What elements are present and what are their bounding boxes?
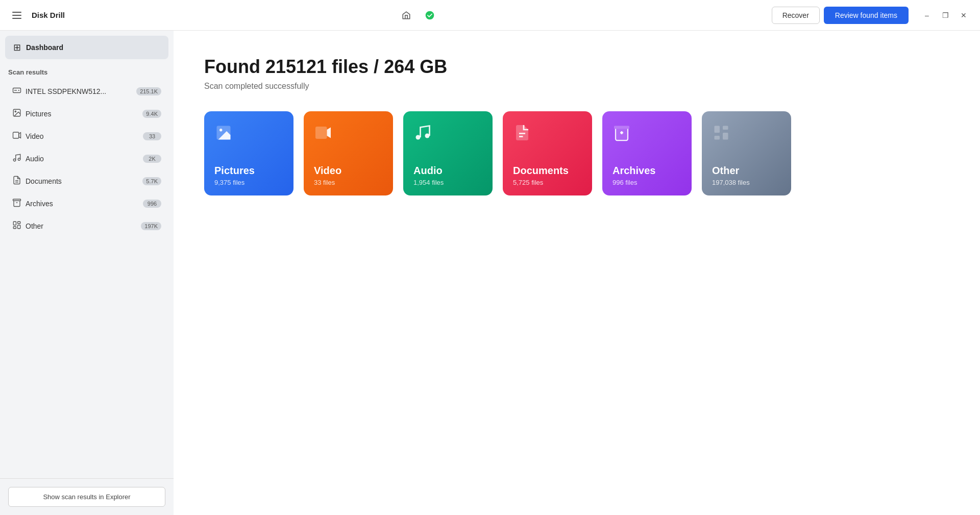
image-icon	[12, 108, 26, 119]
checkmark-icon	[425, 10, 435, 20]
drive-icon	[12, 86, 26, 97]
video-icon	[12, 131, 26, 142]
close-button[interactable]: ✕	[955, 7, 972, 23]
scan-results-section-title: Scan results	[0, 61, 174, 80]
audio-label: Audio	[26, 155, 143, 163]
sidebar-item-other[interactable]: Other 197K	[4, 215, 169, 237]
card-video-name: Video 33 files	[314, 164, 383, 186]
video-count: 33	[143, 132, 161, 140]
card-video-icon	[314, 124, 383, 146]
svg-rect-14	[18, 222, 20, 224]
hamburger-menu[interactable]	[8, 7, 26, 24]
card-audio-name: Audio 1,954 files	[413, 164, 482, 186]
card-audio-icon	[413, 124, 482, 146]
card-other-icon	[712, 124, 781, 146]
minimize-button[interactable]: –	[919, 7, 935, 23]
card-documents-icon	[513, 124, 582, 146]
pictures-count: 9.4K	[142, 110, 161, 118]
card-pictures-icon	[214, 124, 283, 146]
svg-point-2	[18, 90, 19, 91]
card-pictures-name: Pictures 9,375 files	[214, 164, 283, 186]
checkmark-button[interactable]	[421, 7, 438, 24]
svg-rect-6	[13, 132, 19, 138]
card-archives[interactable]: Archives 996 files	[602, 111, 692, 195]
svg-point-18	[219, 129, 222, 131]
home-button[interactable]	[398, 7, 415, 24]
other-icon	[12, 220, 26, 232]
sidebar: ⊞ Dashboard Scan results INTEL SSDPEKNW5…	[0, 31, 174, 515]
found-files-title: Found 215121 files / 264 GB	[204, 56, 949, 78]
svg-rect-11	[13, 199, 21, 201]
titlebar: Disk Drill Recover Review found items – …	[0, 0, 980, 31]
audio-count: 2K	[143, 155, 161, 163]
category-cards-grid: Pictures 9,375 files Video 33 files	[204, 111, 949, 195]
nav-icons	[398, 7, 438, 24]
documents-label: Documents	[26, 177, 142, 185]
intel-ssd-label: INTEL SSDPEKNW512...	[26, 87, 136, 95]
archive-icon	[12, 198, 26, 209]
review-found-items-button[interactable]: Review found items	[824, 7, 909, 24]
card-audio[interactable]: Audio 1,954 files	[403, 111, 493, 195]
sidebar-item-archives[interactable]: Archives 996	[4, 193, 169, 214]
documents-count: 5.7K	[142, 177, 161, 185]
content-area: Found 215121 files / 264 GB Scan complet…	[174, 31, 980, 515]
card-archives-icon	[612, 124, 681, 146]
scan-status-subtitle: Scan completed successfully	[204, 82, 949, 91]
recover-button[interactable]: Recover	[772, 7, 820, 24]
other-label: Other	[26, 222, 141, 230]
dashboard-grid-icon: ⊞	[13, 42, 21, 53]
svg-rect-16	[13, 227, 16, 229]
hamburger-icon	[10, 10, 23, 21]
archives-label: Archives	[26, 200, 143, 208]
home-icon	[402, 11, 411, 20]
main-layout: ⊞ Dashboard Scan results INTEL SSDPEKNW5…	[0, 31, 980, 515]
pictures-label: Pictures	[26, 110, 142, 118]
other-count: 197K	[141, 222, 161, 230]
show-scan-results-explorer-button[interactable]: Show scan results in Explorer	[8, 487, 165, 507]
svg-rect-30	[715, 136, 720, 140]
titlebar-left: Disk Drill	[8, 7, 65, 24]
sidebar-item-documents[interactable]: Documents 5.7K	[4, 170, 169, 192]
window-controls: – ❐ ✕	[919, 7, 972, 23]
video-label: Video	[26, 132, 143, 140]
svg-point-21	[425, 134, 430, 138]
maximize-button[interactable]: ❐	[937, 7, 953, 23]
intel-ssd-count: 215.1K	[136, 87, 161, 95]
svg-rect-27	[715, 126, 720, 133]
card-documents[interactable]: Documents 5,725 files	[503, 111, 592, 195]
dashboard-label: Dashboard	[26, 43, 63, 52]
svg-rect-28	[723, 126, 728, 130]
sidebar-item-pictures[interactable]: Pictures 9.4K	[4, 103, 169, 125]
card-documents-name: Documents 5,725 files	[513, 164, 582, 186]
card-other[interactable]: Other 197,038 files	[702, 111, 791, 195]
archives-count: 996	[143, 200, 161, 208]
app-title: Disk Drill	[32, 11, 65, 19]
sidebar-item-audio[interactable]: Audio 2K	[4, 148, 169, 169]
sidebar-dashboard[interactable]: ⊞ Dashboard	[5, 36, 168, 59]
titlebar-actions: Recover Review found items – ❐ ✕	[772, 7, 972, 24]
svg-point-7	[13, 159, 16, 161]
svg-rect-29	[723, 133, 728, 140]
svg-rect-13	[13, 222, 16, 225]
svg-rect-15	[18, 225, 20, 229]
audio-icon	[12, 153, 26, 164]
sidebar-footer: Show scan results in Explorer	[0, 478, 174, 515]
sidebar-item-intel-ssd[interactable]: INTEL SSDPEKNW512... 215.1K	[4, 81, 169, 102]
svg-point-8	[18, 158, 20, 161]
svg-point-5	[15, 111, 16, 112]
svg-rect-19	[315, 127, 327, 139]
card-archives-name: Archives 996 files	[612, 164, 681, 186]
svg-rect-24	[614, 126, 629, 129]
card-video[interactable]: Video 33 files	[304, 111, 393, 195]
sidebar-item-video[interactable]: Video 33	[4, 126, 169, 147]
svg-point-0	[426, 11, 434, 19]
document-icon	[12, 176, 26, 187]
card-other-name: Other 197,038 files	[712, 164, 781, 186]
card-pictures[interactable]: Pictures 9,375 files	[204, 111, 293, 195]
svg-point-20	[416, 135, 421, 140]
